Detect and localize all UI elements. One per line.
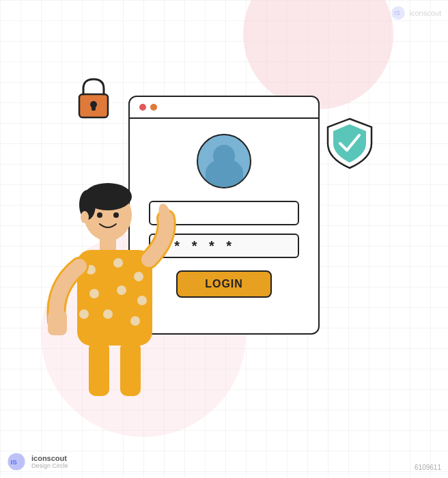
watermark-top: IS iconscout	[391, 5, 441, 20]
svg-point-15	[134, 272, 143, 281]
login-label: LOGIN	[205, 278, 243, 290]
svg-point-17	[117, 285, 126, 295]
avatar-head	[213, 145, 235, 167]
login-button[interactable]: LOGIN	[176, 270, 272, 298]
watermark-bottom-brand: iconscout	[31, 454, 68, 462]
watermark-top-text: iconscout	[410, 9, 441, 17]
watermark-bottom: IS iconscout Design Circle	[7, 452, 68, 471]
window-dot-red	[139, 104, 146, 111]
svg-rect-23	[48, 311, 67, 335]
svg-point-19	[79, 309, 89, 319]
svg-point-14	[113, 258, 123, 268]
card-header	[130, 97, 318, 119]
svg-point-20	[103, 309, 113, 319]
svg-point-16	[89, 289, 99, 298]
lock-icon	[74, 75, 113, 124]
iconscout-logo-bottom: IS	[7, 452, 26, 471]
svg-rect-11	[100, 238, 116, 250]
watermark-id: 6109611	[415, 464, 441, 471]
svg-rect-26	[120, 341, 141, 396]
svg-text:IS: IS	[11, 458, 18, 466]
svg-point-10	[81, 211, 89, 223]
svg-point-8	[97, 212, 102, 218]
svg-point-21	[130, 316, 140, 326]
main-illustration: * * * * * LOGIN	[60, 55, 388, 410]
svg-text:IS: IS	[394, 10, 400, 16]
watermark-bottom-texts: iconscout Design Circle	[31, 454, 68, 469]
watermark-bottom-sub: Design Circle	[31, 462, 68, 469]
iconscout-logo-top: IS	[391, 5, 406, 20]
svg-rect-24	[49, 300, 60, 314]
avatar	[197, 134, 251, 188]
shield-icon	[325, 116, 374, 175]
svg-rect-25	[89, 341, 109, 396]
svg-point-9	[113, 212, 119, 218]
character	[40, 178, 149, 396]
window-dot-orange	[150, 104, 157, 111]
svg-rect-4	[92, 105, 96, 111]
svg-point-18	[137, 296, 147, 305]
